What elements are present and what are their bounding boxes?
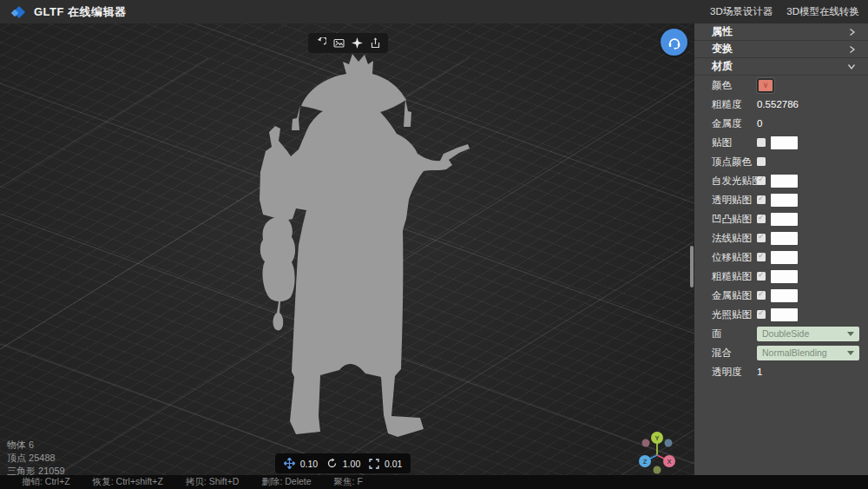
displacement-map-checkbox[interactable] bbox=[757, 253, 766, 261]
rotate-snap[interactable]: 1.00 bbox=[326, 458, 360, 469]
field-bump-map: 凹凸贴图 bbox=[694, 209, 868, 228]
reload-model-icon[interactable] bbox=[313, 36, 328, 50]
export-icon[interactable] bbox=[368, 36, 383, 50]
section-material-label: 材质 bbox=[712, 59, 733, 74]
move-icon bbox=[284, 458, 295, 469]
dropdown-arrow-icon bbox=[847, 351, 854, 355]
field-displacement-map-label: 位移贴图 bbox=[712, 251, 752, 264]
field-emissive-map: 自发光贴图 bbox=[694, 171, 868, 190]
field-alpha-map-label: 透明贴图 bbox=[712, 194, 752, 207]
shortcut-delete: 删除: Delete bbox=[261, 476, 311, 488]
nav-scene-designer[interactable]: 3D场景设计器 bbox=[710, 5, 773, 18]
map-checkbox[interactable] bbox=[757, 138, 766, 147]
metalness-map-checkbox[interactable] bbox=[757, 291, 766, 300]
bump-map-checkbox[interactable] bbox=[757, 215, 766, 223]
section-properties-label: 属性 bbox=[712, 24, 733, 39]
section-material[interactable]: 材质 bbox=[694, 58, 868, 76]
roughness-map-slot[interactable] bbox=[771, 270, 798, 283]
top-bar: GLTF 在线编辑器 3D场景设计器 3D模型在线转换 bbox=[0, 0, 868, 23]
scene-canvas bbox=[0, 23, 694, 475]
app-logo: GLTF 在线编辑器 bbox=[0, 4, 127, 20]
hanging-gourd bbox=[260, 210, 295, 301]
metalness-value[interactable]: 0 bbox=[757, 118, 762, 129]
field-bump-map-label: 凹凸贴图 bbox=[712, 213, 752, 226]
vertex-colors-checkbox[interactable] bbox=[757, 157, 766, 166]
displacement-map-slot[interactable] bbox=[771, 251, 798, 264]
field-opacity-label: 透明度 bbox=[712, 366, 742, 379]
field-side: 面 DoubleSide bbox=[694, 324, 868, 343]
color-swatch[interactable]: ∨ bbox=[757, 78, 774, 93]
field-light-map: 光照贴图 bbox=[694, 305, 868, 324]
axis-neg-y-ball[interactable] bbox=[654, 466, 661, 474]
field-opacity: 透明度 1 bbox=[694, 362, 868, 381]
field-light-map-label: 光照贴图 bbox=[712, 308, 752, 321]
field-emissive-map-label: 自发光贴图 bbox=[712, 175, 762, 188]
axis-neg-x-ball[interactable] bbox=[642, 439, 650, 447]
scene-stats: 物体 6 顶点 25488 三角形 21059 bbox=[7, 439, 65, 475]
axis-x-label: X bbox=[667, 458, 671, 466]
dropdown-arrow-icon bbox=[847, 332, 854, 336]
light-map-checkbox[interactable] bbox=[757, 310, 766, 319]
section-transform-label: 变换 bbox=[712, 42, 733, 56]
emissive-map-checkbox[interactable] bbox=[757, 176, 766, 185]
axis-y-label: Y bbox=[654, 434, 659, 442]
opacity-value[interactable]: 1 bbox=[757, 367, 762, 377]
field-map-label: 贴图 bbox=[712, 136, 732, 149]
scale-icon bbox=[369, 459, 379, 469]
map-texture-slot[interactable] bbox=[771, 136, 798, 149]
section-properties[interactable]: 属性 bbox=[694, 23, 868, 41]
support-button[interactable] bbox=[661, 29, 687, 56]
screenshot-icon[interactable] bbox=[332, 36, 346, 50]
translate-snap[interactable]: 0.10 bbox=[284, 458, 318, 469]
shortcut-bar: 撤销: Ctrl+Z 恢复: Ctrl+shift+Z 拷贝: Shift+D … bbox=[0, 475, 868, 489]
field-roughness-map-label: 粗糙贴图 bbox=[712, 270, 752, 283]
normal-map-slot[interactable] bbox=[771, 232, 798, 245]
metalness-map-slot[interactable] bbox=[771, 289, 798, 302]
top-nav: 3D场景设计器 3D模型在线转换 bbox=[710, 5, 868, 18]
blending-select[interactable]: NormalBlending bbox=[757, 346, 859, 360]
axis-neg-z-ball[interactable] bbox=[665, 439, 673, 447]
field-normal-map-label: 法线贴图 bbox=[712, 232, 752, 245]
scale-snap[interactable]: 0.01 bbox=[369, 459, 402, 469]
light-map-slot[interactable] bbox=[771, 308, 798, 321]
side-select-value: DoubleSide bbox=[762, 328, 809, 339]
shortcut-undo: 撤销: Ctrl+Z bbox=[22, 476, 70, 488]
shortcut-redo: 恢复: Ctrl+shift+Z bbox=[93, 476, 163, 488]
emissive-map-slot[interactable] bbox=[771, 175, 798, 188]
stat-triangles: 三角形 21059 bbox=[7, 465, 65, 475]
shortcut-duplicate: 拷贝: Shift+D bbox=[186, 476, 240, 488]
properties-sidebar: 属性 变换 材质 颜色 ∨ 粗糙度 0.552786 金属度 0 贴图 顶点颜色 bbox=[694, 23, 868, 475]
alpha-map-checkbox[interactable] bbox=[757, 195, 766, 204]
axis-z-label: Z bbox=[643, 458, 648, 466]
roughness-map-checkbox[interactable] bbox=[757, 272, 766, 281]
rotate-icon bbox=[326, 458, 338, 469]
field-blending: 混合 NormalBlending bbox=[694, 343, 868, 362]
hat-tassel-right bbox=[404, 99, 411, 127]
roughness-value[interactable]: 0.552786 bbox=[757, 99, 799, 109]
focus-icon[interactable] bbox=[350, 36, 365, 50]
stat-objects: 物体 6 bbox=[7, 439, 65, 452]
app-title: GLTF 在线编辑器 bbox=[34, 4, 127, 20]
alpha-map-slot[interactable] bbox=[771, 194, 798, 207]
nav-model-converter[interactable]: 3D模型在线转换 bbox=[786, 5, 859, 18]
chevron-right-icon bbox=[848, 45, 856, 54]
3d-viewport[interactable]: 物体 6 顶点 25488 三角形 21059 0.10 1.00 0.01 bbox=[0, 23, 694, 475]
viewport-toolbar bbox=[308, 33, 388, 53]
field-metalness-map: 金属贴图 bbox=[694, 286, 868, 305]
sidebar-scrollbar[interactable] bbox=[690, 246, 694, 287]
side-select[interactable]: DoubleSide bbox=[757, 327, 859, 341]
rotate-snap-value: 1.00 bbox=[343, 459, 360, 469]
normal-map-checkbox[interactable] bbox=[757, 234, 766, 242]
axis-gizmo[interactable]: Y X Z bbox=[623, 420, 693, 475]
field-metalness-map-label: 金属贴图 bbox=[712, 289, 752, 302]
field-vertex-colors-label: 顶点颜色 bbox=[712, 155, 752, 169]
field-normal-map: 法线贴图 bbox=[694, 228, 868, 248]
shortcut-focus: 聚焦: F bbox=[334, 476, 363, 488]
section-transform[interactable]: 变换 bbox=[694, 41, 868, 58]
bump-map-slot[interactable] bbox=[771, 213, 798, 226]
headset-icon bbox=[667, 35, 682, 50]
field-vertex-colors: 顶点颜色 bbox=[694, 152, 868, 171]
chevron-right-icon bbox=[848, 28, 856, 36]
field-roughness-label: 粗糙度 bbox=[712, 98, 742, 111]
gourd-tassel bbox=[273, 301, 284, 330]
